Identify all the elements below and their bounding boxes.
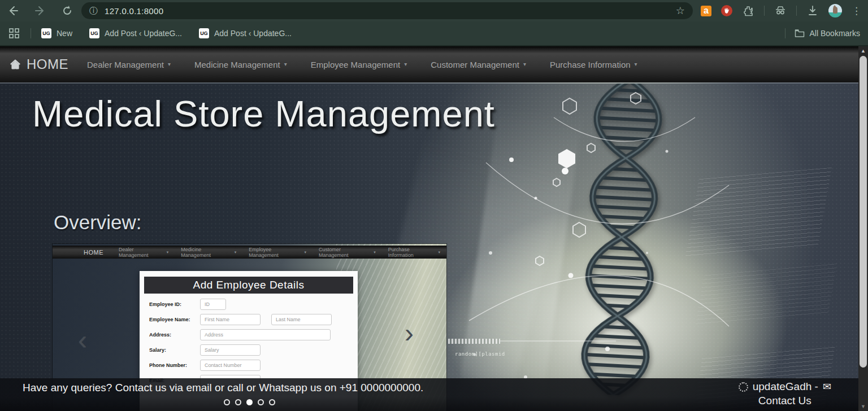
form-row-employee-name: Employee Name: First Name Last Name xyxy=(149,314,332,325)
carousel-next-icon[interactable]: › xyxy=(405,320,414,347)
nav-item-employee-management[interactable]: Employee Management▾ xyxy=(311,60,407,69)
shot-nav-item: Employee Management▾ xyxy=(249,247,306,258)
extension-a-icon[interactable]: a xyxy=(701,6,711,16)
background-text-block xyxy=(685,168,832,257)
background-text-block xyxy=(695,264,837,327)
web-page: HOME Dealer Management▾ Medicine Managem… xyxy=(0,46,858,411)
bookmark-item[interactable]: UG Add Post ‹ UpdateG... xyxy=(89,28,182,38)
last-name-input: Last Name xyxy=(271,314,332,325)
overview-heading: Overview: xyxy=(54,211,142,234)
carousel-dot[interactable] xyxy=(224,399,230,405)
adblock-extension-icon[interactable] xyxy=(721,5,732,16)
address-input: Address xyxy=(200,329,331,340)
chevron-down-icon: ▾ xyxy=(168,62,171,67)
nav-home-label: HOME xyxy=(27,56,68,72)
chevron-down-icon: ▾ xyxy=(404,62,407,67)
brand-label: updateGadh - xyxy=(753,381,818,393)
scrollbar-down-icon[interactable]: ▼ xyxy=(858,404,868,409)
back-icon[interactable] xyxy=(7,5,19,17)
bookmarks-separator xyxy=(785,28,785,38)
envelope-icon: ✉ xyxy=(823,381,831,393)
brand-link[interactable]: updateGadh - ✉ xyxy=(739,381,831,393)
nav-item-medicine-management[interactable]: Medicine Management▾ xyxy=(194,60,287,69)
nav-item-purchase-information[interactable]: Purchase Information▾ xyxy=(550,60,637,69)
brand-logo-icon xyxy=(739,382,748,392)
phone-input: Contact Number xyxy=(200,360,261,371)
form-row-address: Address: Address xyxy=(149,329,331,340)
bookmark-label: Add Post ‹ UpdateG... xyxy=(214,29,292,38)
extensions-puzzle-icon[interactable] xyxy=(742,5,754,17)
carousel-dot[interactable] xyxy=(235,399,241,405)
carousel-dot-active[interactable] xyxy=(246,399,253,405)
menu-kebab-icon[interactable]: ⋮ xyxy=(852,5,861,17)
footer-message: Have any queries? Contact us via email o… xyxy=(23,382,423,394)
shot-nav-home: HOME xyxy=(84,249,103,256)
form-row-salary: Salary: Salary xyxy=(149,344,261,356)
all-bookmarks-label: All Bookmarks xyxy=(810,29,860,38)
scrollbar-up-icon[interactable]: ▲ xyxy=(858,48,868,54)
downloads-icon[interactable] xyxy=(806,5,819,17)
nav-home-link[interactable]: HOME xyxy=(9,56,68,72)
bookmarks-separator xyxy=(31,28,31,38)
browser-window: ⓘ 127.0.0.1:8000 ☆ a ⋮ xyxy=(0,0,868,411)
nav-item-customer-management[interactable]: Customer Management▾ xyxy=(431,60,526,69)
toolbar-separator xyxy=(796,6,797,16)
carousel-dot[interactable] xyxy=(269,399,275,405)
carousel-dots xyxy=(224,399,275,405)
ruler-graphic xyxy=(448,339,500,344)
site-info-icon[interactable]: ⓘ xyxy=(89,6,98,16)
bookmark-star-icon[interactable]: ☆ xyxy=(676,5,685,17)
browser-toolbar: ⓘ 127.0.0.1:8000 ☆ a ⋮ xyxy=(0,0,868,21)
scrollbar-thumb[interactable] xyxy=(860,56,867,368)
watermark-label: random][plasmid xyxy=(455,351,505,357)
form-row-phone: Phone Number: Contact Number xyxy=(149,360,261,371)
nav-item-dealer-management[interactable]: Dealer Management▾ xyxy=(87,60,171,69)
toolbar-separator xyxy=(764,6,765,16)
apps-grid-icon[interactable] xyxy=(8,27,20,40)
bookmark-item[interactable]: UG Add Post ‹ UpdateG... xyxy=(199,28,292,38)
address-bar[interactable]: ⓘ 127.0.0.1:8000 ☆ xyxy=(81,2,693,19)
folder-icon xyxy=(795,29,805,38)
salary-input: Salary xyxy=(200,344,261,356)
ug-favicon: UG xyxy=(199,28,209,38)
page-scrollbar[interactable]: ▲ ▼ xyxy=(858,46,868,411)
background-line xyxy=(500,340,616,342)
reload-icon[interactable] xyxy=(61,5,73,17)
chevron-down-icon: ▾ xyxy=(523,62,526,67)
shot-nav-item: Medicine Management▾ xyxy=(181,247,236,258)
page-title: Medical Store Management xyxy=(32,93,495,135)
shot-nav-item: Dealer Management▾ xyxy=(119,247,168,258)
employee-id-input: ID xyxy=(200,299,226,310)
hero-banner: Medical Store Management Overview: rando… xyxy=(0,82,858,411)
chevron-down-icon: ▾ xyxy=(635,62,637,67)
home-icon xyxy=(9,58,21,71)
forward-icon[interactable] xyxy=(34,5,46,17)
all-bookmarks-button[interactable]: All Bookmarks xyxy=(795,29,860,38)
incognito-icon[interactable] xyxy=(774,5,787,17)
site-nav: HOME Dealer Management▾ Medicine Managem… xyxy=(0,46,858,82)
bookmark-item[interactable]: UG New xyxy=(41,28,72,38)
page-footer: Have any queries? Contact us via email o… xyxy=(0,378,858,411)
ug-favicon: UG xyxy=(89,28,99,38)
shot-nav: HOME Dealer Management▾ Medicine Managem… xyxy=(53,246,446,259)
cat-avatar-image xyxy=(833,7,837,14)
chevron-down-icon: ▾ xyxy=(284,62,287,67)
contact-us-link[interactable]: Contact Us xyxy=(739,395,831,407)
dna-helix-illustration xyxy=(565,82,678,397)
ug-favicon: UG xyxy=(41,28,51,38)
carousel-dot[interactable] xyxy=(258,399,264,405)
form-title: Add Employee Details xyxy=(144,277,353,294)
form-row-employee-id: Employee ID: ID xyxy=(149,299,226,310)
url-text[interactable]: 127.0.0.1:8000 xyxy=(105,6,163,16)
shot-nav-item: Customer Management▾ xyxy=(319,247,376,258)
first-name-input: First Name xyxy=(200,314,261,325)
bookmarks-bar: UG New UG Add Post ‹ UpdateG... UG Add P… xyxy=(0,21,868,46)
bookmark-label: New xyxy=(57,29,72,38)
shot-nav-item: Purchase Information▾ xyxy=(388,247,440,258)
carousel-prev-icon[interactable]: ‹ xyxy=(78,326,87,353)
bookmark-label: Add Post ‹ UpdateG... xyxy=(105,29,182,38)
profile-avatar[interactable] xyxy=(828,4,842,18)
